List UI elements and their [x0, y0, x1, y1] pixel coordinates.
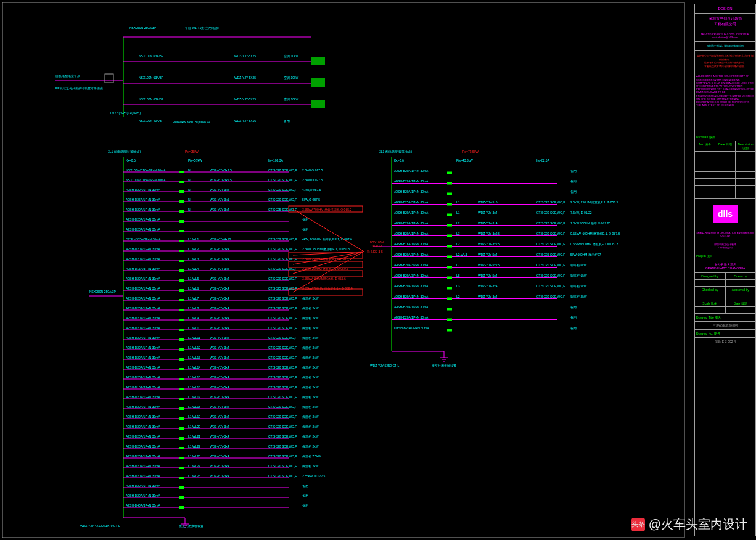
circuit-row: A9SH-B16A/1P+N 30mA L2 WDZ-YJY-3x2.5 CT/…: [392, 241, 638, 252]
panel2-bottom: WDZ-YJY-5X50 CT-L: [370, 364, 399, 367]
circuit-row: A9SH-B20A/1P+N 30mA L2 WDZ-YJY-3x4 CT/SC…: [392, 220, 638, 231]
circuit-row: A9SH-D20A/1P+N 30mA L1,WL5 WDZ-YJY-3x4 C…: [123, 276, 370, 285]
svg-rect-84: [179, 407, 184, 410]
title-block: DESIGN 深圳市中创设计装饰 工程有限公司 TEL:0755-8358062…: [691, 0, 756, 540]
circuit-row: DXSH-B20A/3P+N 30mA 备用: [392, 325, 638, 335]
svg-rect-120: [447, 245, 452, 248]
feed-label: NSX100N 63A/3P: [139, 76, 163, 80]
svg-rect-40: [179, 190, 184, 193]
panel1-main: NSX250N 250A/3P: [89, 290, 116, 293]
company-cn: 深圳市中创设计装饰 工程有限公司: [695, 14, 755, 30]
circuit-row: A9SH-D20A/1P+N 30mA N WDZ-YJY-3x4 CT/SC2…: [123, 207, 370, 216]
circuit-row: A9SH-D20A/1P+N 30mA L1,WL19 WDZ-YJY-3x4 …: [123, 414, 370, 423]
feed-label: 空调 10kW: [284, 76, 298, 80]
circuit-row: A9SH-B20A/1P+N 30mA L3 WDZ-YJY-3x2.5 CT/…: [392, 231, 638, 241]
svg-rect-100: [179, 486, 184, 489]
revision-label: Revision 版次: [695, 133, 755, 141]
circuit-row: A9SH-D20A/1P+N 30mA L1,WL25 WDZ-YJY-3x4 …: [123, 473, 370, 483]
circuit-row: A9SH-B25A/3P+N 30mA L1 WDZ-YJY-5x6 CT/SC…: [392, 199, 638, 210]
svg-rect-78: [179, 378, 184, 380]
company-cn2: 深圳市南方设计装饰 工程有限公司: [695, 240, 755, 252]
panel1-pe: Pe=95kW: [185, 150, 199, 153]
svg-rect-80: [179, 388, 184, 390]
svg-rect-76: [179, 368, 184, 370]
circuit-row: A9SH-B20A/3P+N 30mA L2,WL3 WDZ-YJY-5x4 C…: [392, 252, 638, 262]
circuit-row: DXSH-D63A/3P+N 30mA L1,WL1 WDZ-YJY-4x10 …: [123, 236, 370, 246]
feed-label: NSX100N 63A/3P: [139, 97, 163, 101]
svg-rect-128: [447, 287, 452, 290]
watermark: 头条 @火车头室内设计: [631, 516, 747, 533]
circuit-row: A9SH-D25A/1P+N 30mA N WDZ-YJY-3x6 CT/SC2…: [123, 197, 370, 207]
circuit-row: A9SH-B20A/3P+N 30mA L7 WDZ-YJY-5x2.5 CT/…: [392, 262, 638, 272]
circuit-row: A9SH-D20A/1P+N 30mA L1,WL21 WDZ-YJY-3x4 …: [123, 433, 370, 443]
circuit-row: A9SH-B20A/3P+N 30mA L8 WDZ-YJY-5x4 CT/SC…: [392, 272, 638, 283]
svg-rect-108: [447, 182, 452, 185]
svg-rect-126: [447, 277, 452, 279]
src2-label: PE线就近与共用接地装置可靠连接: [55, 86, 103, 90]
svg-rect-134: [447, 319, 452, 321]
circuit-row: A9SH-B20A/1P+N 30mA L2 WDZ-YJY-3x4 CT/SC…: [392, 293, 638, 304]
circuit-row: A9SH-B20A/1P+N 30mA 备用: [392, 304, 638, 314]
circuit-row: A9SH-D20A/1P+N 30mA L1,WL3 WDZ-YJY-3x4 C…: [123, 256, 370, 266]
cert: 深圳市中创设计装饰工程有限公司: [695, 42, 755, 51]
svg-rect-114: [447, 214, 452, 216]
circuit-row: A9SH-B20A/1P+N 30mA 备用: [392, 189, 638, 199]
circuit-row: A9SH-D20A/1P+N 30mA L1,WL10 WDZ-YJY-3x4 …: [123, 325, 370, 335]
circuit-row: A9SH-D20A/1P+N 30mA L1,WL13 WDZ-YJY-3x4 …: [123, 354, 370, 364]
svg-rect-102: [179, 496, 184, 499]
rev-header: No. 编号Date 日期Description 说明: [695, 141, 755, 152]
svg-rect-112: [447, 203, 452, 206]
svg-rect-116: [447, 224, 452, 227]
circuit-row: A9SH-D20A/1P+N 30mA L1,WL12 WDZ-YJY-3x4 …: [123, 345, 370, 354]
svg-rect-104: [179, 506, 184, 509]
circuit-row: A9SH-D16A/3P+N 30mA L1,WL4 WDZ-YJY-3x4 C…: [123, 266, 370, 276]
circuit-row: A9SH-D16A/3P+N 30mA L1,WL16 WDZ-YJY-5x4 …: [123, 384, 370, 394]
svg-rect-66: [179, 319, 184, 321]
dwg-title: 三层配电箱系统图: [695, 322, 755, 330]
svg-rect-64: [179, 309, 184, 311]
svg-rect-90: [179, 437, 184, 440]
svg-rect-130: [447, 298, 452, 300]
svg-rect-56: [179, 269, 184, 272]
svg-rect-92: [179, 447, 184, 449]
svg-rect-52: [179, 250, 184, 252]
company-en: SHENZHEN SOUTH DECORATION ENGINEERING CO…: [695, 229, 755, 240]
center-text: 详见ED-3-5: [367, 250, 383, 253]
feed-label: WDZ-YJY-5X16: [234, 119, 256, 123]
feed-label: NSX100N 40A/3P: [139, 119, 163, 123]
circuit-row: A9SH-B20A/1P+N 30mA L1 WDZ-YJY-3x4 CT/SC…: [392, 210, 638, 220]
svg-rect-136: [447, 329, 452, 332]
svg-rect-132: [447, 308, 452, 311]
params: Pe=40kW Kx=0.8 Ijs=68.7A: [173, 120, 210, 124]
panel1-name: 3L1 配电箱(明装落地式): [108, 150, 141, 153]
circuit-row: A9SH-B20A/1P+N 30mA 备用: [392, 314, 638, 325]
circuit-row: NSX100N/C16A/1P+N 30mA N WDZ-YJY-3x2.5 C…: [123, 177, 370, 187]
svg-rect-82: [179, 398, 184, 400]
design-header: DESIGN: [695, 4, 755, 14]
svg-rect-110: [447, 193, 452, 195]
panel1-rows: Kx=0.6Pjs=57kWIjs=108.3A NSX100N/C16A/1P…: [123, 157, 370, 512]
panel2-name: 3L3 配电箱(明装落地式): [379, 150, 412, 153]
feed-label: NSX100N 63A/3P: [139, 54, 163, 58]
svg-rect-98: [179, 477, 184, 479]
feed-label: 备用: [284, 119, 290, 123]
circuit-row: A9SH-D20A/1P+N 30mA L1,WL6 WDZ-YJY-3x4 C…: [123, 285, 370, 295]
svg-rect-9: [311, 100, 325, 108]
notice-red: 未经本公司书面授权任何人不得以任何形式进行复制传播使用。 违反者本公司保留一切法…: [695, 51, 755, 72]
circuit-row: A9SH-D20A/1P+N 30mA L1,WL24 WDZ-YJY-3x4 …: [123, 463, 370, 473]
watermark-icon: 头条: [631, 518, 645, 531]
panel2-rows: Kx=0.6Pjs=43.5kWIjs=82.6A A9SH-B20A/1P+N…: [392, 157, 638, 335]
circuit-row: A9SH-D20A/1P+N 30mA L1,WL20 WDZ-YJY-3x4 …: [123, 423, 370, 433]
svg-rect-10: [105, 74, 113, 83]
circuit-row: A9SH-D20A/1P+N 30mA L1,WL7 WDZ-YJY-3x4 C…: [123, 295, 370, 305]
svg-rect-60: [179, 289, 184, 292]
feed-label: WDZ-YJY-5X25: [234, 76, 256, 80]
circuit-row: A9SH-D20A/1P+N 30mA L1,WL15 WDZ-YJY-3x4 …: [123, 374, 370, 384]
feed-label: WDZ-YJY-5X25: [234, 54, 256, 58]
circuit-row: NSX100N/C16A/1P+N 30mA N WDZ-YJY-3x2.5 C…: [123, 167, 370, 177]
dwg-no: 深化-E-3-002-4: [695, 338, 755, 345]
circuit-row: A9SH-D20A/1P+N 30mA L1,WL8 WDZ-YJY-3x4 C…: [123, 305, 370, 315]
main-label: 引自 W1-T1接(主用电源): [185, 26, 219, 30]
svg-rect-68: [179, 329, 184, 331]
circuit-row: A9SH-B20A/1P+N 30mA 备用: [392, 178, 638, 189]
